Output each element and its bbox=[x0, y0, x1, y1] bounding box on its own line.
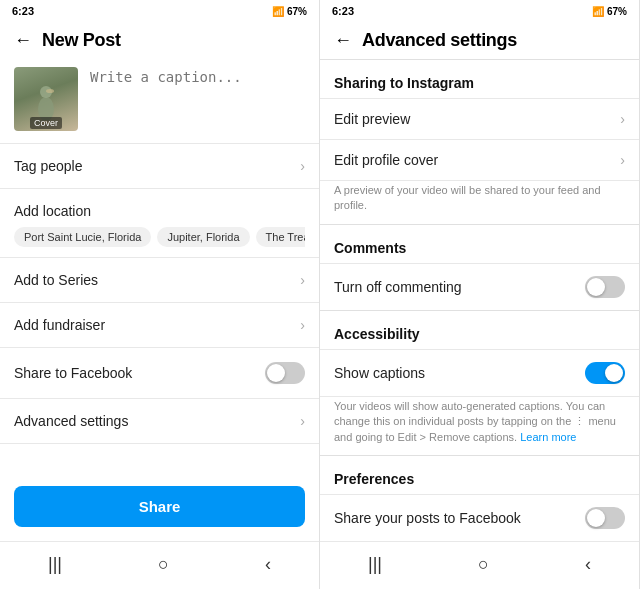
share-facebook-label: Share to Facebook bbox=[14, 365, 132, 381]
caption-input[interactable] bbox=[90, 67, 305, 131]
turn-off-commenting-toggle[interactable] bbox=[585, 276, 625, 298]
status-bar-left: 6:23 📶 67% bbox=[0, 0, 319, 22]
tag-people-chevron: › bbox=[300, 158, 305, 174]
add-fundraiser-label: Add fundraiser bbox=[14, 317, 105, 333]
edit-profile-cover-label: Edit profile cover bbox=[334, 152, 438, 168]
add-fundraiser-item[interactable]: Add fundraiser › bbox=[0, 303, 319, 347]
nav-home-right[interactable]: ○ bbox=[462, 550, 505, 579]
new-post-panel: 6:23 📶 67% ← New Post bbox=[0, 0, 320, 589]
bottom-nav-right: ||| ○ ‹ bbox=[320, 541, 639, 589]
add-location-label: Add location bbox=[14, 203, 91, 219]
add-location-item[interactable]: Add location bbox=[0, 189, 319, 223]
add-to-series-label: Add to Series bbox=[14, 272, 98, 288]
accessibility-section-header: Accessibility bbox=[320, 311, 639, 349]
captions-toggle-knob bbox=[605, 364, 623, 382]
thumbnail: Cover bbox=[14, 67, 78, 131]
status-icons-right: 📶 67% bbox=[592, 6, 627, 17]
turn-off-commenting-item[interactable]: Turn off commenting bbox=[320, 264, 639, 310]
tag-people-item[interactable]: Tag people › bbox=[0, 144, 319, 188]
battery-right: 67% bbox=[607, 6, 627, 17]
sharing-section-header: Sharing to Instagram bbox=[320, 60, 639, 98]
battery-left: 67% bbox=[287, 6, 307, 17]
time-right: 6:23 bbox=[332, 5, 354, 17]
location-tags: Port Saint Lucie, Florida Jupiter, Flori… bbox=[14, 227, 305, 247]
learn-more-link[interactable]: Learn more bbox=[520, 431, 576, 443]
nav-home-left[interactable]: ○ bbox=[142, 550, 185, 579]
wifi-icon-right: 📶 bbox=[592, 6, 604, 17]
wifi-icon: 📶 bbox=[272, 6, 284, 17]
share-button[interactable]: Share bbox=[14, 486, 305, 527]
sharing-heading: Sharing to Instagram bbox=[334, 75, 474, 91]
status-bar-right: 6:23 📶 67% bbox=[320, 0, 639, 22]
add-fundraiser-chevron: › bbox=[300, 317, 305, 333]
status-icons-left: 📶 67% bbox=[272, 6, 307, 17]
cover-label: Cover bbox=[30, 117, 62, 129]
tag-people-label: Tag people bbox=[14, 158, 83, 174]
left-scroll: Cover Tag people › Add location Port Sai… bbox=[0, 59, 319, 476]
edit-preview-chevron: › bbox=[620, 111, 625, 127]
accessibility-note: Your videos will show auto-generated cap… bbox=[320, 397, 639, 455]
advanced-settings-panel: 6:23 📶 67% ← Advanced settings Sharing t… bbox=[320, 0, 640, 589]
add-to-series-chevron: › bbox=[300, 272, 305, 288]
advanced-settings-label: Advanced settings bbox=[14, 413, 128, 429]
time-left: 6:23 bbox=[12, 5, 34, 17]
advanced-settings-header: ← Advanced settings bbox=[320, 22, 639, 59]
turn-off-commenting-label: Turn off commenting bbox=[334, 279, 462, 295]
advanced-settings-title: Advanced settings bbox=[362, 30, 517, 51]
new-post-title: New Post bbox=[42, 30, 121, 51]
preferences-heading: Preferences bbox=[334, 471, 414, 487]
edit-preview-label: Edit preview bbox=[334, 111, 410, 127]
preferences-section-header: Preferences bbox=[320, 456, 639, 494]
location-tag-1[interactable]: Port Saint Lucie, Florida bbox=[14, 227, 151, 247]
nav-menu-right[interactable]: ||| bbox=[352, 550, 398, 579]
edit-preview-item[interactable]: Edit preview › bbox=[320, 99, 639, 139]
share-button-row: Share bbox=[0, 476, 319, 541]
sharing-note: A preview of your video will be shared t… bbox=[320, 181, 639, 224]
share-facebook-item[interactable]: Share to Facebook bbox=[0, 348, 319, 398]
show-captions-item[interactable]: Show captions bbox=[320, 350, 639, 396]
toggle-knob bbox=[267, 364, 285, 382]
show-captions-toggle[interactable] bbox=[585, 362, 625, 384]
accessibility-heading: Accessibility bbox=[334, 326, 420, 342]
add-to-series-item[interactable]: Add to Series › bbox=[0, 258, 319, 302]
share-posts-facebook-item[interactable]: Share your posts to Facebook bbox=[320, 495, 639, 541]
share-posts-facebook-toggle[interactable] bbox=[585, 507, 625, 529]
edit-profile-cover-item[interactable]: Edit profile cover › bbox=[320, 140, 639, 180]
comments-section-header: Comments bbox=[320, 225, 639, 263]
location-tag-2[interactable]: Jupiter, Florida bbox=[157, 227, 249, 247]
location-tags-row: Port Saint Lucie, Florida Jupiter, Flori… bbox=[0, 223, 319, 257]
back-button-right[interactable]: ← bbox=[334, 30, 352, 51]
bottom-nav-left: ||| ○ ‹ bbox=[0, 541, 319, 589]
right-scroll: Sharing to Instagram Edit preview › Edit… bbox=[320, 60, 639, 541]
comments-heading: Comments bbox=[334, 240, 406, 256]
nav-back-right[interactable]: ‹ bbox=[569, 550, 607, 579]
nav-menu-left[interactable]: ||| bbox=[32, 550, 78, 579]
share-posts-facebook-label: Share your posts to Facebook bbox=[334, 510, 521, 526]
thumbnail-caption-row: Cover bbox=[0, 59, 319, 143]
advanced-settings-item[interactable]: Advanced settings › bbox=[0, 399, 319, 443]
nav-back-left[interactable]: ‹ bbox=[249, 550, 287, 579]
svg-point-4 bbox=[46, 89, 54, 93]
show-captions-label: Show captions bbox=[334, 365, 425, 381]
commenting-toggle-knob bbox=[587, 278, 605, 296]
share-facebook-toggle[interactable] bbox=[265, 362, 305, 384]
fb-toggle-knob bbox=[587, 509, 605, 527]
advanced-settings-chevron: › bbox=[300, 413, 305, 429]
location-tag-3[interactable]: The Treasu... bbox=[256, 227, 305, 247]
back-button-left[interactable]: ← bbox=[14, 30, 32, 51]
edit-profile-cover-chevron: › bbox=[620, 152, 625, 168]
new-post-header: ← New Post bbox=[0, 22, 319, 59]
